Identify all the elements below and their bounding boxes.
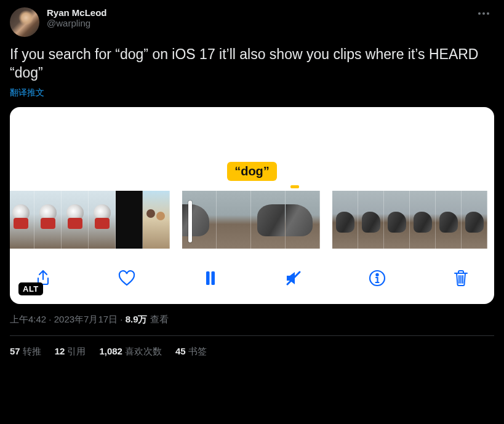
video-frame [182,191,217,249]
video-frame [116,191,143,249]
tweet-header: Ryan McLeod @warpling [10,7,494,37]
video-frame [10,191,34,249]
callout-tick [290,185,299,188]
video-frame [436,191,462,249]
video-frame [384,191,410,249]
video-frame [358,191,384,249]
pause-button[interactable] [198,266,223,290]
like-button[interactable] [114,266,139,290]
info-button[interactable] [365,266,390,290]
video-frame [143,191,170,249]
video-frame [462,191,487,249]
info-icon [367,268,387,288]
views-label: 查看 [148,314,169,324]
tweet-stats: 57转推 12引用 1,082喜欢次数 45书签 [10,336,494,358]
author-block[interactable]: Ryan McLeod @warpling [47,7,466,28]
likes-stat[interactable]: 1,082喜欢次数 [99,346,162,358]
tweet-date[interactable]: 2023年7月17日 [54,314,118,324]
heart-icon [117,268,137,288]
video-frame [89,191,116,249]
playhead[interactable] [188,201,192,242]
video-timeline[interactable] [10,181,494,255]
author-display-name: Ryan McLeod [47,7,466,18]
video-frame [251,191,286,249]
svg-rect-1 [211,271,215,285]
clip-group[interactable] [10,191,170,249]
clip-group[interactable] [332,191,487,249]
more-options-button[interactable] [473,7,494,20]
pause-icon [201,268,220,288]
mute-icon [284,268,303,288]
tweet-time[interactable]: 上午4:42 [10,314,46,324]
media-toolbar [10,255,494,293]
quotes-stat[interactable]: 12引用 [55,346,86,358]
tweet-meta: 上午4:42 · 2023年7月17日 · 8.9万 查看 [10,314,494,326]
media-card[interactable]: “dog” [10,107,494,304]
mute-button[interactable] [281,266,306,290]
video-frame [410,191,436,249]
delete-button[interactable] [449,266,473,290]
trash-icon [451,268,471,288]
tweet-container: Ryan McLeod @warpling If you search for … [0,0,504,365]
svg-point-4 [377,274,378,276]
tweet-text: If you search for “dog” on iOS 17 it’ll … [10,46,494,82]
translate-link[interactable]: 翻译推文 [10,87,44,98]
video-frame [286,191,320,249]
svg-rect-0 [206,271,210,285]
retweets-stat[interactable]: 57转推 [10,346,41,358]
views-count: 8.9万 [126,314,148,324]
alt-badge[interactable]: ALT [18,282,43,295]
bookmarks-stat[interactable]: 45书签 [175,346,207,358]
avatar[interactable] [10,7,39,37]
clip-group-active[interactable] [182,191,320,249]
video-frame [34,191,62,249]
video-frame [332,191,358,249]
author-handle: @warpling [47,18,466,28]
search-term-callout: “dog” [227,162,277,181]
video-frame [217,191,251,249]
video-frame [62,191,89,249]
search-term-callout-wrap: “dog” [10,155,494,181]
